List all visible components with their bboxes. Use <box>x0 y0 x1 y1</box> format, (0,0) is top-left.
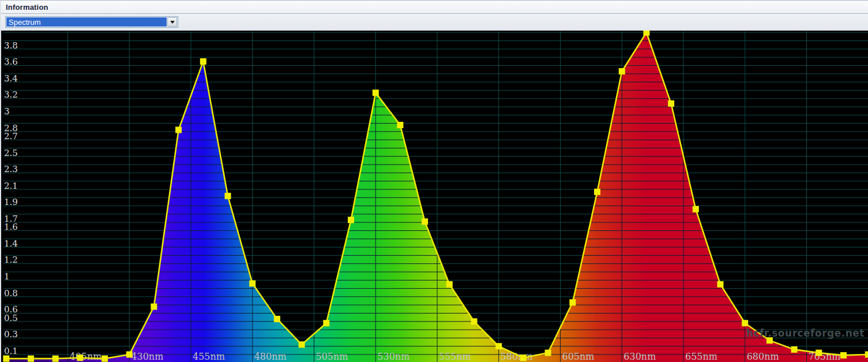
spectrum-chart-area: 3.83.63.43.232.82.72.52.32.11.91.71.61.4… <box>1 31 868 362</box>
svg-text:1.6: 1.6 <box>4 222 18 232</box>
svg-text:1.4: 1.4 <box>4 238 18 249</box>
svg-text:3.2: 3.2 <box>4 89 18 100</box>
svg-text:0.1: 0.1 <box>4 346 18 356</box>
svg-text:405nm: 405nm <box>70 351 102 362</box>
svg-text:0.5: 0.5 <box>4 313 18 323</box>
information-panel: Information Spectrum 3.83.63.43.232.82.7… <box>0 0 868 362</box>
panel-titlebar: Information <box>1 1 868 14</box>
spectrum-chart: 3.83.63.43.232.82.72.52.32.11.91.71.61.4… <box>1 31 868 362</box>
svg-text:530nm: 530nm <box>377 351 409 362</box>
svg-text:655nm: 655nm <box>685 351 717 362</box>
svg-text:455nm: 455nm <box>193 351 225 362</box>
svg-text:1: 1 <box>4 271 10 282</box>
svg-text:2.7: 2.7 <box>4 131 18 141</box>
svg-text:3.6: 3.6 <box>4 57 18 67</box>
y-axis-labels: 3.83.63.43.232.82.72.52.32.11.91.71.61.4… <box>4 40 18 356</box>
svg-text:555nm: 555nm <box>439 351 471 362</box>
svg-text:0.3: 0.3 <box>4 329 18 339</box>
panel-title: Information <box>1 3 48 12</box>
chevron-down-icon <box>170 21 175 24</box>
svg-text:3.8: 3.8 <box>4 40 18 51</box>
svg-text:2.5: 2.5 <box>4 148 18 158</box>
view-selector-value[interactable]: Spectrum <box>6 17 167 27</box>
svg-text:430nm: 430nm <box>131 351 163 362</box>
svg-text:505nm: 505nm <box>316 351 348 362</box>
svg-text:480nm: 480nm <box>254 351 287 362</box>
svg-text:3: 3 <box>4 106 10 117</box>
svg-text:2.1: 2.1 <box>4 181 18 191</box>
svg-text:1.2: 1.2 <box>4 255 18 265</box>
svg-text:630nm: 630nm <box>623 351 656 362</box>
view-selector-dropdown[interactable]: Spectrum <box>5 16 178 28</box>
panel-toolbar: Spectrum <box>1 14 868 31</box>
watermark: hcfr.sourceforge.net <box>746 327 865 339</box>
svg-text:2.3: 2.3 <box>4 164 18 174</box>
svg-text:680nm: 680nm <box>747 351 779 362</box>
svg-text:0.8: 0.8 <box>4 288 18 298</box>
svg-text:1.9: 1.9 <box>4 197 18 207</box>
dropdown-button[interactable] <box>167 17 177 27</box>
svg-text:605nm: 605nm <box>562 351 595 362</box>
svg-text:3.4: 3.4 <box>4 73 18 84</box>
